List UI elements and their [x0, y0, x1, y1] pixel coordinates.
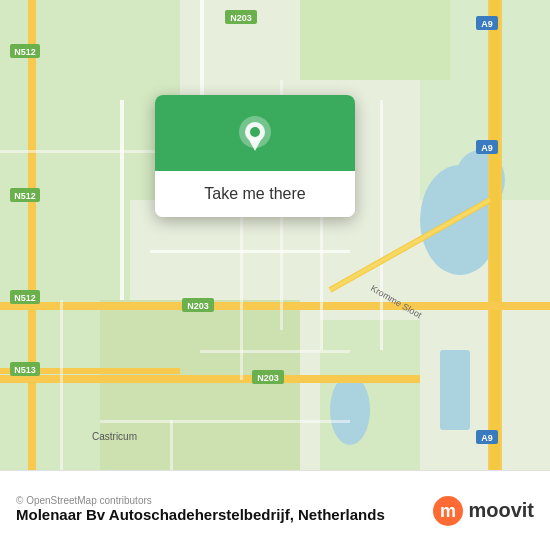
svg-rect-23 [200, 350, 350, 353]
svg-rect-3 [100, 300, 300, 470]
svg-rect-22 [60, 300, 63, 470]
svg-rect-20 [320, 200, 323, 350]
svg-rect-24 [100, 420, 350, 423]
svg-rect-13 [0, 302, 550, 310]
svg-text:N203: N203 [257, 373, 279, 383]
popup-card: Take me there [155, 95, 355, 217]
svg-text:N203: N203 [230, 13, 252, 23]
footer-left: © OpenStreetMap contributors Molenaar Bv… [16, 495, 385, 526]
svg-rect-21 [380, 100, 383, 350]
map-container: N512 N512 N512 N513 N203 N203 N203 A9 A9… [0, 0, 550, 470]
svg-text:A9: A9 [481, 19, 493, 29]
moovit-logo: m moovit [432, 495, 534, 527]
svg-rect-17 [120, 100, 124, 300]
svg-rect-9 [440, 350, 470, 430]
copyright-text: © OpenStreetMap contributors [16, 495, 385, 506]
moovit-icon: m [432, 495, 464, 527]
svg-rect-12 [490, 0, 500, 470]
business-name: Molenaar Bv Autoschadeherstelbedrijf, Ne… [16, 506, 385, 523]
svg-point-55 [250, 127, 260, 137]
svg-text:N512: N512 [14, 293, 36, 303]
footer: © OpenStreetMap contributors Molenaar Bv… [0, 470, 550, 550]
svg-text:Castricum: Castricum [92, 431, 137, 442]
svg-text:m: m [440, 501, 456, 521]
svg-rect-6 [300, 0, 450, 80]
svg-text:N512: N512 [14, 47, 36, 57]
svg-text:N512: N512 [14, 191, 36, 201]
svg-point-10 [330, 375, 370, 445]
svg-text:N513: N513 [14, 365, 36, 375]
take-me-there-button[interactable]: Take me there [155, 171, 355, 217]
moovit-brand-text: moovit [468, 499, 534, 522]
svg-rect-28 [170, 420, 173, 470]
svg-text:N203: N203 [187, 301, 209, 311]
location-pin-icon [233, 113, 277, 157]
svg-rect-1 [0, 0, 180, 200]
popup-header [155, 95, 355, 171]
svg-text:A9: A9 [481, 143, 493, 153]
svg-rect-15 [28, 0, 36, 470]
svg-text:A9: A9 [481, 433, 493, 443]
